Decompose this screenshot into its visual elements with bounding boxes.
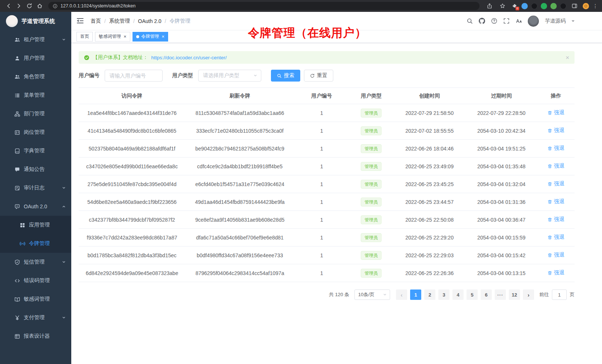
force-logout-button[interactable]: 强退 [547, 181, 564, 187]
force-logout-button[interactable]: 强退 [547, 216, 564, 223]
profile-avatar-icon[interactable]: ☺ [583, 3, 589, 9]
table-row-9: 6d842e2924594de9a09e45e087323abe8796295f… [79, 264, 575, 282]
page-1[interactable]: 1 [410, 289, 421, 300]
sidebar-item-2[interactable]: 角色管理 [0, 67, 71, 86]
chevron-down-icon [383, 292, 387, 297]
column-2: 用户编号 [294, 88, 349, 104]
chevron-down-icon [62, 315, 66, 320]
force-logout-button[interactable]: 强退 [547, 252, 564, 258]
extension-dark-icon[interactable] [531, 3, 537, 9]
force-logout-button[interactable]: 强退 [547, 109, 564, 116]
page-12[interactable]: 12 [509, 289, 520, 300]
table-row-1: 41c41346a548490f9dc8b01c6bfe0865333ecfc7… [79, 122, 575, 140]
fullscreen-icon[interactable] [503, 18, 510, 24]
tab-1[interactable]: 敏感词管理× [95, 32, 130, 42]
breadcrumb-item-1[interactable]: 系统管理 [109, 18, 130, 24]
goto-page: 前往 页 [539, 289, 575, 300]
pager-more[interactable]: ··· [495, 289, 506, 300]
address-bar[interactable]: 127.0.0.1:1024/system/oauth2/token [48, 2, 480, 10]
tab-2[interactable]: 令牌管理× [132, 32, 169, 42]
force-logout-button[interactable]: 强退 [547, 234, 564, 241]
tab-0[interactable]: 首页 [76, 32, 93, 42]
share-icon[interactable] [485, 1, 494, 10]
tenant-icon [14, 37, 20, 43]
side-panel-icon[interactable] [570, 1, 579, 10]
sidebar-item-6[interactable]: 字典管理 [0, 142, 71, 160]
force-logout-button[interactable]: 强退 [547, 198, 564, 205]
caret-down-icon[interactable] [572, 20, 575, 23]
table-header: 访问令牌刷新令牌用户编号用户类型创建时间过期时间操作 [79, 88, 575, 104]
reload-icon[interactable] [24, 1, 34, 10]
page-2[interactable]: 2 [424, 289, 435, 300]
search-form: 用户编号 用户类型 请选择用户类型 搜索 重置 [79, 70, 575, 82]
sidebar-item-5[interactable]: 岗位管理 [0, 123, 71, 142]
sidebar-item-8[interactable]: 审计日志 [0, 179, 71, 197]
sidebar-item-14[interactable]: 报表设计器 [0, 327, 71, 345]
user-type-select[interactable]: 请选择用户类型 [198, 70, 261, 82]
errcode-icon [14, 278, 20, 284]
url-text: 127.0.0.1:1024/system/oauth2/token [60, 3, 135, 9]
search-icon[interactable] [467, 18, 473, 24]
oauth-submenu: 应用管理令牌管理 [0, 216, 71, 253]
page-size-select[interactable]: 10条/页 [354, 289, 390, 300]
sidebar-item-9[interactable]: OAuth 2.0 [0, 197, 71, 216]
sidebar-menu: 租户管理用户管理角色管理菜单管理部门管理岗位管理字典管理通知公告审计日志OAut… [0, 30, 71, 364]
page-4[interactable]: 4 [452, 289, 464, 300]
breadcrumb-item-2[interactable]: OAuth 2.0 [138, 18, 161, 24]
hamburger-icon[interactable] [76, 17, 85, 25]
force-logout-button[interactable]: 强退 [547, 145, 564, 152]
sidebar-item-10[interactable]: 短信管理 [0, 253, 71, 271]
chevron-up-icon [62, 204, 66, 209]
sidebar-subitem-0[interactable]: 应用管理 [0, 216, 71, 234]
reset-button[interactable]: 重置 [304, 70, 333, 82]
tab-close-icon[interactable]: × [124, 34, 127, 39]
extension-blue-icon[interactable] [521, 3, 528, 9]
page-3[interactable]: 3 [438, 289, 449, 300]
sidebar-item-1[interactable]: 用户管理 [0, 49, 71, 67]
user-avatar[interactable] [528, 16, 539, 27]
extension-puzzle-icon[interactable] [550, 3, 557, 9]
help-icon[interactable] [491, 18, 497, 24]
home-icon[interactable] [35, 1, 45, 10]
sidebar-item-4[interactable]: 部门管理 [0, 105, 71, 123]
table-row-3: c347026e805e4d99b0d116eae66eda8ccdfc4ce9… [79, 158, 575, 175]
browser-menu-icon[interactable]: ⋮ [592, 1, 598, 10]
extension-dark2-icon[interactable] [560, 3, 566, 9]
username[interactable]: 芋道源码 [545, 18, 566, 24]
page-6[interactable]: 6 [481, 289, 492, 300]
sidebar-item-3[interactable]: 菜单管理 [0, 86, 71, 105]
alert-close-icon[interactable]: × [566, 54, 569, 61]
prev-page-button[interactable]: ‹ [396, 289, 407, 300]
doc-link[interactable]: https://doc.iocoder.cn/user-center/ [151, 55, 227, 60]
search-button[interactable]: 搜索 [271, 70, 300, 82]
force-logout-button[interactable]: 强退 [547, 163, 564, 169]
app-title: 芋道管理系统 [22, 18, 55, 25]
sidebar-item-7[interactable]: 通知公告 [0, 160, 71, 179]
sidebar-item-13[interactable]: 支付管理 [0, 308, 71, 327]
sidebar-item-11[interactable]: 错误码管理 [0, 271, 71, 290]
breadcrumb-item-0[interactable]: 首页 [91, 18, 101, 24]
sidebar-item-12[interactable]: 敏感词管理 [0, 290, 71, 308]
tab-close-icon[interactable]: × [162, 34, 165, 39]
user-id-input[interactable] [105, 70, 163, 82]
page-5[interactable]: 5 [467, 289, 478, 300]
github-icon[interactable] [479, 18, 485, 24]
app-logo[interactable]: 芋道管理系统 [0, 12, 71, 30]
goto-page-input[interactable] [552, 289, 567, 300]
sidebar-item-0[interactable]: 租户管理 [0, 30, 71, 49]
forward-icon[interactable] [14, 1, 24, 10]
font-size-icon[interactable] [516, 18, 522, 24]
site-info-icon[interactable] [53, 4, 58, 9]
extension-green-icon[interactable] [541, 3, 547, 9]
force-logout-button[interactable]: 强退 [547, 269, 564, 276]
next-page-button[interactable]: › [523, 289, 534, 300]
bookmark-star-icon[interactable] [498, 1, 507, 10]
extension-badge-icon[interactable]: 0 [511, 2, 518, 10]
sidebar-subitem-1[interactable]: 令牌管理 [0, 234, 71, 253]
force-logout-button[interactable]: 强退 [547, 127, 564, 134]
column-1: 刷新令牌 [185, 88, 294, 104]
logo-avatar [6, 15, 18, 27]
chevron-down-icon [62, 186, 66, 190]
column-3: 用户类型 [349, 88, 393, 104]
back-icon[interactable] [4, 1, 13, 10]
